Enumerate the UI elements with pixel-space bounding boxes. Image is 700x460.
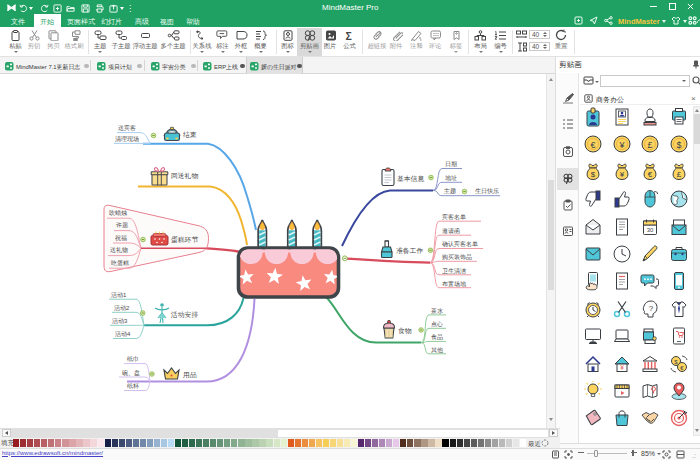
svg-text:回送礼物: 回送礼物 [171, 172, 198, 180]
svg-text:€: € [590, 140, 595, 150]
svg-text:食品: 食品 [431, 333, 443, 341]
svg-text:活动2: 活动2 [114, 305, 130, 312]
svg-text:$: $ [591, 169, 596, 178]
svg-text:基本信息: 基本信息 [397, 175, 424, 183]
svg-text:吹蜡烛: 吹蜡烛 [109, 209, 127, 217]
svg-text:结束: 结束 [183, 131, 197, 139]
svg-text:购买装饰品: 购买装饰品 [442, 253, 472, 261]
svg-text:卫生清洁: 卫生清洁 [442, 267, 466, 275]
svg-text:生日快乐: 生日快乐 [475, 188, 499, 195]
svg-text:许愿: 许愿 [116, 221, 129, 229]
svg-text:纸杯: 纸杯 [127, 383, 140, 389]
svg-text:确认宾客名单: 确认宾客名单 [442, 240, 478, 248]
svg-text:清理现场: 清理现场 [115, 136, 139, 143]
svg-text:茶水: 茶水 [431, 308, 443, 314]
svg-text:邀请函: 邀请函 [442, 228, 460, 234]
svg-text:点心: 点心 [431, 321, 443, 327]
svg-text:用品: 用品 [183, 371, 197, 379]
svg-text:碗、盘: 碗、盘 [122, 369, 140, 376]
svg-text:送礼物: 送礼物 [110, 246, 128, 254]
svg-text:¥: ¥ [618, 169, 624, 178]
svg-text:吃蛋糕: 吃蛋糕 [111, 259, 130, 266]
svg-text:活动安排: 活动安排 [170, 311, 198, 319]
svg-text:€: € [648, 169, 653, 178]
svg-text:祝福: 祝福 [115, 235, 127, 242]
svg-text:活动3: 活动3 [112, 318, 128, 325]
svg-text:布置场地: 布置场地 [442, 281, 467, 288]
svg-text:?: ? [649, 303, 654, 312]
svg-text:准备工作: 准备工作 [396, 247, 423, 255]
svg-text:其他: 其他 [431, 347, 443, 354]
svg-text:主题: 主题 [444, 187, 456, 195]
svg-text:30: 30 [647, 227, 654, 233]
svg-text:¥: ¥ [620, 364, 624, 371]
svg-text:送宾客: 送宾客 [118, 124, 136, 132]
svg-text:£: £ [676, 169, 681, 178]
svg-text:宾客名单: 宾客名单 [442, 213, 466, 221]
svg-text:蛋糕环节: 蛋糕环节 [171, 235, 198, 244]
svg-text:食物: 食物 [398, 327, 412, 335]
svg-text:日期: 日期 [445, 161, 457, 168]
svg-text:£: £ [647, 140, 652, 150]
svg-text:活动4: 活动4 [115, 331, 131, 338]
svg-text:¥: ¥ [618, 140, 625, 150]
svg-text:$: $ [676, 140, 681, 150]
svg-text:活动1: 活动1 [111, 292, 127, 299]
svg-text:纸巾: 纸巾 [127, 356, 139, 362]
svg-text:地址: 地址 [445, 175, 457, 181]
